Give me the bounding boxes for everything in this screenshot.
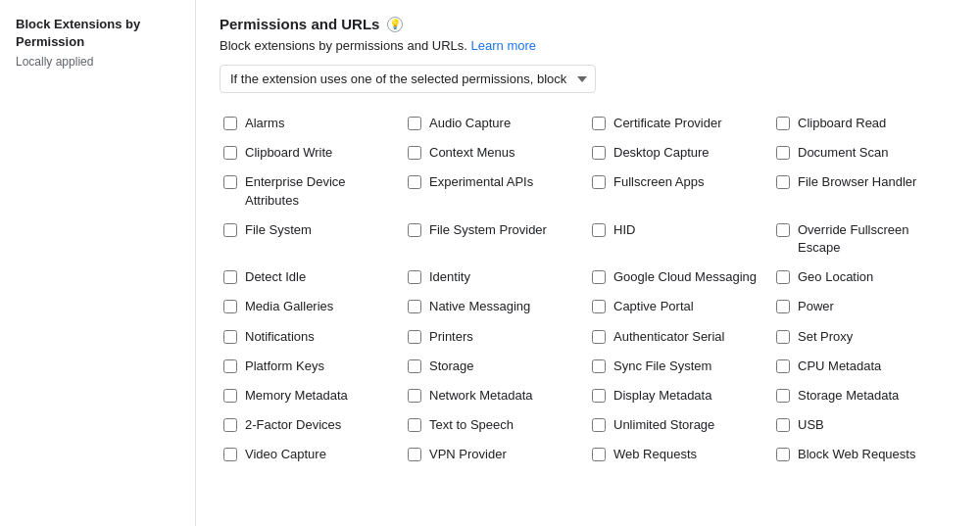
learn-more-link[interactable]: Learn more	[471, 38, 536, 53]
permission-checkbox[interactable]	[408, 300, 421, 313]
permission-checkbox[interactable]	[408, 359, 421, 373]
permission-checkbox[interactable]	[223, 330, 237, 344]
permission-checkbox[interactable]	[776, 270, 790, 284]
permission-label[interactable]: Clipboard Write	[245, 144, 332, 162]
permission-checkbox[interactable]	[408, 448, 421, 461]
permission-item: Storage Metadata	[772, 381, 956, 410]
permission-label[interactable]: Geo Location	[798, 268, 873, 286]
permission-item: Fullscreen Apps	[588, 167, 772, 215]
permission-checkbox[interactable]	[776, 389, 790, 403]
permission-checkbox[interactable]	[408, 223, 421, 237]
permission-checkbox[interactable]	[776, 146, 790, 160]
permission-label[interactable]: Memory Metadata	[245, 387, 348, 405]
permission-label[interactable]: Alarms	[245, 115, 284, 132]
permission-label[interactable]: Web Requests	[613, 446, 697, 463]
permission-item: Google Cloud Messaging	[588, 263, 772, 292]
permission-label[interactable]: Google Cloud Messaging	[613, 268, 757, 286]
permission-label[interactable]: Identity	[429, 268, 470, 286]
permission-checkbox[interactable]	[408, 418, 421, 432]
permission-label[interactable]: Video Capture	[245, 446, 326, 463]
permission-label[interactable]: Platform Keys	[245, 358, 324, 375]
permission-checkbox[interactable]	[408, 146, 421, 160]
permission-label[interactable]: File Browser Handler	[798, 173, 916, 191]
permission-label[interactable]: Desktop Capture	[613, 144, 710, 162]
permission-label[interactable]: Certificate Provider	[613, 115, 722, 132]
permission-label[interactable]: Set Proxy	[798, 328, 853, 346]
permission-label[interactable]: Storage	[429, 358, 474, 375]
permission-label[interactable]: Native Messaging	[429, 298, 530, 315]
permission-label[interactable]: Text to Speech	[429, 416, 514, 434]
permission-checkbox[interactable]	[223, 270, 237, 284]
permission-checkbox[interactable]	[408, 175, 421, 189]
permission-checkbox[interactable]	[776, 175, 790, 189]
permission-item: Geo Location	[772, 263, 956, 292]
permission-checkbox[interactable]	[592, 418, 606, 432]
permission-label[interactable]: VPN Provider	[429, 446, 507, 463]
permission-label[interactable]: USB	[798, 416, 824, 434]
permission-checkbox[interactable]	[592, 175, 606, 189]
permission-checkbox[interactable]	[776, 117, 790, 130]
permission-checkbox[interactable]	[223, 146, 237, 160]
permission-checkbox[interactable]	[223, 175, 237, 189]
permission-label[interactable]: Enterprise Device Attributes	[245, 173, 400, 209]
permission-label[interactable]: Power	[798, 298, 834, 315]
permission-item: Display Metadata	[588, 381, 772, 410]
permission-checkbox[interactable]	[223, 418, 237, 432]
permission-checkbox[interactable]	[592, 330, 606, 344]
permission-checkbox[interactable]	[408, 330, 421, 344]
permission-checkbox[interactable]	[592, 223, 606, 237]
permission-label[interactable]: Detect Idle	[245, 268, 306, 286]
permission-checkbox[interactable]	[408, 117, 421, 130]
permission-label[interactable]: Sync File System	[613, 358, 711, 375]
permission-checkbox[interactable]	[776, 330, 790, 344]
info-icon[interactable]: 💡	[387, 17, 403, 32]
permission-label[interactable]: Block Web Requests	[798, 446, 915, 463]
permission-checkbox[interactable]	[776, 448, 790, 461]
permission-label[interactable]: Network Metadata	[429, 387, 533, 405]
permission-label[interactable]: Notifications	[245, 328, 315, 346]
permission-checkbox[interactable]	[592, 300, 606, 313]
permission-checkbox[interactable]	[592, 146, 606, 160]
page-title: Permissions and URLs	[220, 16, 379, 32]
permission-checkbox[interactable]	[223, 117, 237, 130]
permission-label[interactable]: Override Fullscreen Escape	[798, 221, 953, 257]
permission-checkbox[interactable]	[592, 448, 606, 461]
permission-checkbox[interactable]	[776, 223, 790, 237]
permission-label[interactable]: HID	[613, 221, 635, 239]
permission-checkbox[interactable]	[223, 359, 237, 373]
permission-label[interactable]: File System	[245, 221, 312, 239]
permission-checkbox[interactable]	[592, 359, 606, 373]
permission-item: Memory Metadata	[220, 381, 404, 410]
permission-label[interactable]: Authenticator Serial	[613, 328, 724, 346]
permission-checkbox[interactable]	[776, 418, 790, 432]
permission-checkbox[interactable]	[776, 359, 790, 373]
permission-checkbox[interactable]	[592, 117, 606, 130]
description-text: Block extensions by permissions and URLs…	[220, 38, 467, 53]
permission-mode-select[interactable]: If the extension uses one of the selecte…	[220, 65, 596, 93]
permission-label[interactable]: Media Galleries	[245, 298, 333, 315]
permission-checkbox[interactable]	[592, 389, 606, 403]
permission-label[interactable]: Document Scan	[798, 144, 889, 162]
permission-label[interactable]: File System Provider	[429, 221, 547, 239]
permissions-grid: AlarmsAudio CaptureCertificate ProviderC…	[220, 109, 956, 469]
permission-checkbox[interactable]	[408, 270, 421, 284]
permission-checkbox[interactable]	[223, 448, 237, 461]
permission-label[interactable]: 2-Factor Devices	[245, 416, 341, 434]
permission-checkbox[interactable]	[408, 389, 421, 403]
permission-label[interactable]: Unlimited Storage	[613, 416, 714, 434]
permission-label[interactable]: Context Menus	[429, 144, 514, 162]
permission-label[interactable]: Storage Metadata	[798, 387, 899, 405]
permission-label[interactable]: Display Metadata	[613, 387, 711, 405]
permission-label[interactable]: Printers	[429, 328, 473, 346]
permission-checkbox[interactable]	[223, 223, 237, 237]
permission-label[interactable]: CPU Metadata	[798, 358, 881, 375]
permission-checkbox[interactable]	[592, 270, 606, 284]
permission-label[interactable]: Audio Capture	[429, 115, 511, 132]
permission-label[interactable]: Fullscreen Apps	[613, 173, 705, 191]
permission-label[interactable]: Clipboard Read	[798, 115, 886, 132]
permission-checkbox[interactable]	[223, 300, 237, 313]
permission-label[interactable]: Captive Portal	[613, 298, 694, 315]
permission-checkbox[interactable]	[223, 389, 237, 403]
permission-label[interactable]: Experimental APIs	[429, 173, 533, 191]
permission-checkbox[interactable]	[776, 300, 790, 313]
